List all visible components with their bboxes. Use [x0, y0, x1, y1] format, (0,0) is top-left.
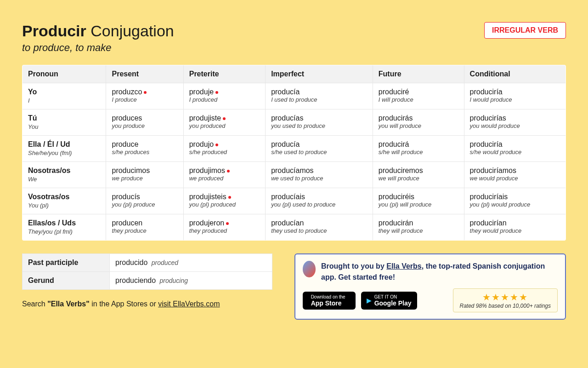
- verb-form: producirás: [379, 114, 413, 122]
- verb-gloss: you used to produce: [271, 122, 367, 129]
- conjugation-cell: produciremoswe will produce: [373, 162, 464, 188]
- play-small: GET IT ON: [374, 294, 397, 299]
- promo-logo-icon: [303, 261, 316, 277]
- table-row: Ella / Él / UdShe/he/you (fml)produces/h…: [23, 136, 566, 162]
- verb-form: produciré: [379, 88, 409, 96]
- verb-gloss: I used to produce: [271, 96, 367, 103]
- conjugation-cell: produzcoI produce: [106, 83, 183, 109]
- pronoun-en: She/he/you (fml): [28, 150, 72, 156]
- verb-translation: to produce, to make: [22, 42, 174, 54]
- conjugation-cell: produjeronthey produced: [183, 214, 265, 241]
- verb-gloss: they will produce: [379, 227, 458, 234]
- past-participle-en: produced: [152, 259, 178, 266]
- verb-gloss: you produced: [189, 122, 260, 129]
- verb-form: producirán: [379, 219, 413, 227]
- conjugation-cell: produciríamoswe would produce: [464, 162, 565, 188]
- conjugation-cell: produciríaisyou (pl) would produce: [464, 188, 565, 214]
- verb-gloss: I produced: [189, 96, 260, 103]
- conjugation-cell: producíasyou used to produce: [266, 109, 373, 136]
- irregular-dot-icon: [227, 170, 230, 172]
- verb-gloss: we would produce: [470, 175, 560, 182]
- verb-form: produciríamos: [470, 167, 516, 175]
- pronoun-es: Tú: [28, 114, 100, 122]
- verb-gloss: they produce: [112, 227, 177, 234]
- column-header: Preterite: [183, 65, 265, 83]
- verb-gloss: s/he produced: [189, 149, 260, 155]
- table-row: Ellas/os / UdsThey/you (pl fml)producent…: [23, 214, 566, 241]
- column-header: Conditional: [464, 65, 565, 83]
- pronoun-cell: Ella / Él / UdShe/he/you (fml): [23, 136, 106, 162]
- conjugation-cell: produciréI will produce: [373, 83, 464, 109]
- table-row: TúYouproducesyou produceprodujisteyou pr…: [23, 109, 566, 136]
- conjugation-cell: producíamoswe used to produce: [266, 162, 373, 188]
- search-prefix: Search: [22, 300, 47, 308]
- irregular-badge: IRREGULAR VERB: [484, 22, 566, 39]
- verb-form: produzco: [112, 88, 142, 96]
- verb-form: producía: [271, 140, 300, 149]
- rating-box: ★★★★★ Rated 98% based on 10,000+ ratings: [453, 288, 558, 312]
- gerund-es: produciendo: [115, 276, 156, 284]
- column-header: Future: [373, 65, 464, 83]
- pronoun-cell: Ellas/os / UdsThey/you (pl fml): [23, 214, 106, 241]
- pronoun-cell: Nosotras/osWe: [23, 162, 106, 188]
- visit-link[interactable]: visit EllaVerbs.com: [158, 300, 220, 308]
- verb-gloss: they produced: [189, 227, 260, 234]
- verb-gloss: s/he will produce: [379, 149, 458, 155]
- appstore-big: App Store: [311, 299, 345, 307]
- verb-gloss: they would produce: [470, 227, 560, 234]
- pronoun-cell: TúYou: [23, 109, 106, 136]
- star-icons: ★★★★★: [460, 292, 551, 303]
- verb-gloss: we used to produce: [271, 175, 367, 182]
- verb-name: Producir: [22, 22, 86, 40]
- verb-form: producirían: [470, 219, 507, 227]
- conjugation-cell: produciríaI would produce: [464, 83, 565, 109]
- verb-form: produjo: [189, 140, 214, 149]
- verb-form: produjeron: [189, 219, 225, 227]
- pronoun-cell: Vosotras/osYou (pl): [23, 188, 106, 214]
- verb-gloss: s/he would produce: [470, 149, 560, 155]
- page-title: Producir Conjugation: [22, 22, 174, 40]
- search-quoted: "Ella Verbs": [47, 300, 90, 308]
- conjugation-cell: producíanthey used to produce: [266, 214, 373, 241]
- page-header: Producir Conjugation to produce, to make…: [22, 22, 566, 54]
- column-header: Present: [106, 65, 183, 83]
- pronoun-es: Ella / Él / Ud: [28, 140, 100, 149]
- verb-gloss: you (pl) produce: [112, 201, 177, 208]
- irregular-dot-icon: [228, 196, 231, 199]
- ella-verbs-link[interactable]: Ella Verbs: [386, 262, 422, 270]
- pronoun-en: You: [28, 123, 38, 130]
- conjugation-cell: produjimoswe produced: [183, 162, 265, 188]
- verb-gloss: I will produce: [379, 96, 458, 103]
- verb-gloss: we will produce: [379, 175, 458, 182]
- app-store-button[interactable]: Download on theApp Store: [303, 292, 356, 310]
- irregular-dot-icon: [215, 144, 218, 146]
- conjugation-cell: produciríasyou would produce: [464, 109, 565, 136]
- verb-gloss: we produced: [189, 175, 260, 182]
- rating-text: Rated 98% based on 10,000+ ratings: [460, 303, 551, 309]
- verb-form: producís: [112, 193, 140, 201]
- table-row: YoIproduzcoI produceprodujeI producedpro…: [23, 83, 566, 109]
- pronoun-en: We: [28, 176, 37, 183]
- verb-form: produciría: [470, 88, 503, 96]
- verb-form: producen: [112, 219, 142, 227]
- irregular-dot-icon: [215, 91, 218, 94]
- conjugation-cell: produciránthey will produce: [373, 214, 464, 241]
- verb-form: producíais: [271, 193, 305, 201]
- conjugation-cell: produciréisyou (pl) will produce: [373, 188, 464, 214]
- table-row: Vosotras/osYou (pl)producísyou (pl) prod…: [23, 188, 566, 214]
- conjugation-cell: produces/he produces: [106, 136, 183, 162]
- irregular-dot-icon: [144, 91, 147, 94]
- conjugation-cell: produjisteyou produced: [183, 109, 265, 136]
- title-suffix: Conjugation: [90, 22, 174, 40]
- gerund-en: producing: [160, 277, 188, 284]
- table-row: Nosotras/osWeproducimoswe produceproduji…: [23, 162, 566, 188]
- verb-form: producíamos: [271, 167, 314, 175]
- verb-gloss: they used to produce: [271, 227, 367, 234]
- conjugation-table: PronounPresentPreteriteImperfectFutureCo…: [22, 65, 566, 241]
- verb-gloss: you (pl) produced: [189, 201, 260, 208]
- verb-gloss: you (pl) would produce: [470, 201, 560, 208]
- verb-form: produciríais: [470, 193, 508, 201]
- pronoun-es: Ellas/os / Uds: [28, 219, 100, 227]
- verb-form: producía: [271, 88, 300, 96]
- google-play-button[interactable]: ▶ GET IT ONGoogle Play: [361, 292, 417, 310]
